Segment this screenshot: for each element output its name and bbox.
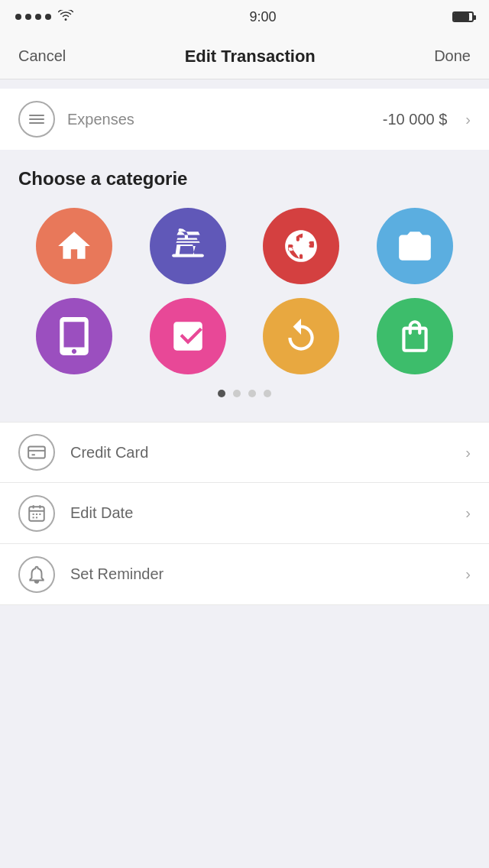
status-bar: 9:00 [0, 0, 489, 34]
list-item [24, 298, 125, 374]
status-time: 9:00 [249, 9, 276, 25]
set-reminder-label: Set Reminder [70, 565, 465, 583]
category-home[interactable] [36, 208, 112, 284]
svg-rect-5 [28, 446, 45, 458]
set-reminder-row[interactable]: Set Reminder › [0, 544, 489, 605]
list-item [365, 208, 465, 284]
credit-card-icon [18, 434, 55, 471]
battery-icon [452, 11, 474, 22]
page-dot-3[interactable] [248, 390, 256, 397]
amount-chevron-icon: › [465, 111, 471, 128]
category-tablet[interactable] [36, 298, 112, 374]
nav-bar: Cancel Edit Transaction Done [0, 34, 489, 79]
edit-date-row[interactable]: Edit Date › [0, 483, 489, 544]
done-button[interactable]: Done [434, 47, 471, 65]
page-title: Edit Transaction [185, 47, 316, 66]
list-item [138, 298, 238, 374]
set-reminder-chevron-icon: › [465, 565, 471, 583]
cancel-button[interactable]: Cancel [18, 47, 66, 65]
credit-card-label: Credit Card [70, 444, 465, 462]
category-section: Choose a categorie [0, 150, 489, 422]
category-book[interactable] [150, 298, 226, 374]
list-item [365, 298, 465, 374]
category-camera[interactable] [377, 208, 453, 284]
list-item [138, 208, 238, 284]
list-item [251, 298, 351, 374]
category-refresh[interactable] [263, 298, 339, 374]
amount-row[interactable]: Expenses -10 000 $ › [0, 89, 489, 150]
page-dot-2[interactable] [233, 390, 241, 397]
signal-dots [15, 14, 51, 20]
list-section: Credit Card › Edit Date › [0, 422, 489, 605]
credit-card-row[interactable]: Credit Card › [0, 422, 489, 483]
svg-point-4 [296, 241, 306, 251]
svg-rect-3 [172, 254, 204, 257]
category-shopping[interactable] [377, 298, 453, 374]
expenses-label: Expenses [67, 111, 371, 128]
page-dot-1[interactable] [218, 390, 225, 397]
bell-icon [18, 556, 55, 593]
category-title: Choose a categorie [18, 168, 471, 189]
pagination-dots [18, 390, 471, 397]
category-grid [18, 208, 471, 374]
edit-date-chevron-icon: › [465, 504, 471, 522]
amount-value: -10 000 $ [383, 111, 448, 128]
credit-card-chevron-icon: › [465, 444, 471, 462]
category-coffee[interactable] [150, 208, 226, 284]
amount-icon [18, 101, 55, 138]
list-item [24, 208, 125, 284]
wifi-icon [58, 10, 73, 24]
category-support[interactable] [263, 208, 339, 284]
edit-date-label: Edit Date [70, 504, 465, 522]
calendar-icon [18, 495, 55, 532]
page-dot-4[interactable] [264, 390, 271, 397]
list-item [251, 208, 351, 284]
